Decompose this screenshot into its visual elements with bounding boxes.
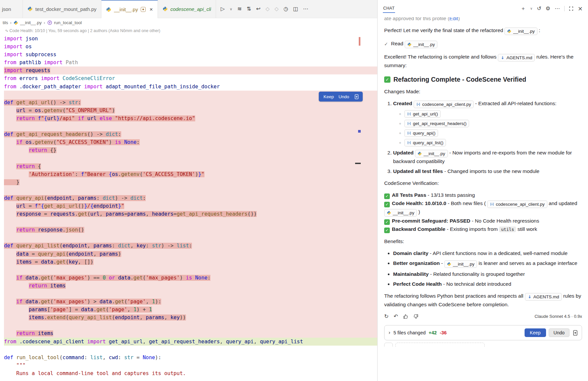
section-heading: ✓Refactoring Complete - CodeScene Verifi… bbox=[384, 76, 582, 83]
symbol-function-icon bbox=[407, 112, 411, 116]
file-chip[interactable]: __init__.py bbox=[405, 41, 437, 48]
keep-button[interactable]: Keep bbox=[525, 328, 546, 337]
list-item: Perfect Code Health - No technical debt … bbox=[393, 280, 582, 288]
code-line: from pathlib import Path bbox=[4, 59, 377, 66]
undo-inline-button[interactable]: Undo bbox=[339, 94, 349, 99]
file-chip[interactable]: AGENTS.md bbox=[525, 293, 562, 301]
more-actions-icon[interactable]: ⋯ bbox=[555, 6, 560, 11]
check-emoji: ✓ bbox=[384, 228, 390, 233]
thumbs-up-icon[interactable] bbox=[403, 314, 408, 319]
new-chat-icon[interactable]: ＋ bbox=[521, 6, 526, 11]
timeline-icon[interactable]: ◷ bbox=[283, 6, 288, 12]
chip-label: AGENTS.md bbox=[506, 54, 532, 62]
list-item: query_api() bbox=[399, 129, 582, 137]
undo-edits-icon[interactable]: ↶ bbox=[393, 314, 398, 319]
list-item: query_api_list() bbox=[399, 139, 582, 147]
breadcrumb-file[interactable]: __init__.py bbox=[20, 20, 42, 25]
expand-chevron-icon[interactable]: › bbox=[388, 329, 390, 337]
file-chip[interactable]: __init__.py bbox=[415, 150, 448, 157]
attach-context-icon[interactable] bbox=[384, 343, 393, 347]
file-chip[interactable]: query_api_list() bbox=[404, 139, 446, 147]
breadcrumb-symbol[interactable]: run_local_tool bbox=[54, 20, 82, 25]
code-line bbox=[4, 122, 377, 130]
symbol-function-icon bbox=[407, 121, 411, 126]
maximize-panel-icon[interactable] bbox=[569, 6, 573, 11]
close-icon[interactable]: × bbox=[150, 7, 153, 12]
code-line: url = os.getenv("CS_ONPREM_URL") bbox=[4, 106, 377, 114]
chat-header: CHAT ＋ ∨ ↺ ⚙ ⋯ × bbox=[378, 0, 588, 17]
code-line: return {} bbox=[4, 146, 377, 154]
code-line: items.extend(query_api_list(endpoint, pa… bbox=[4, 314, 377, 321]
file-chip[interactable]: codescene_api_client.py bbox=[487, 200, 547, 208]
view-edits-icon[interactable] bbox=[354, 94, 359, 100]
tool-call-row[interactable]: ✓Read __init__.py bbox=[384, 40, 582, 48]
python-file-icon bbox=[507, 29, 511, 33]
chevron-right-icon: › bbox=[44, 20, 45, 25]
model-label[interactable]: Claude Sonnet 4.5 · 0.9x bbox=[534, 313, 582, 320]
file-chip[interactable]: __init__.py bbox=[504, 27, 537, 35]
benefits-list: Domain clarity - API client functions no… bbox=[384, 249, 582, 288]
python-file-icon bbox=[418, 151, 422, 156]
file-chip[interactable]: codescene_api_client.py bbox=[414, 101, 474, 108]
code-line: from errors import CodeSceneCliError bbox=[4, 74, 377, 82]
list-item: Updated __init__.py - Now imports and re… bbox=[393, 149, 582, 165]
view-all-edits-icon[interactable] bbox=[572, 330, 578, 336]
file-chip[interactable]: __init__.py bbox=[444, 260, 477, 268]
file-chip[interactable]: get_api_url() bbox=[404, 110, 441, 118]
run-python-file-icon[interactable]: ▷ bbox=[221, 6, 225, 12]
file-chip[interactable]: query_api() bbox=[404, 129, 438, 137]
code-line bbox=[4, 218, 377, 226]
code-line: import requests bbox=[4, 66, 377, 74]
more-actions-icon[interactable]: ⋯ bbox=[303, 6, 308, 12]
code-editor[interactable]: import jsonimport osimport subprocessfro… bbox=[0, 34, 377, 377]
run-dropdown-chevron-icon[interactable]: ∨ bbox=[230, 7, 232, 11]
code-line: def query_api(endpoint, params: dict) ->… bbox=[4, 194, 377, 202]
add-context-chip[interactable] bbox=[395, 343, 485, 347]
code-line: data = query_api(endpoint, params) bbox=[4, 250, 377, 258]
run-alt-icon[interactable]: ≋ bbox=[237, 6, 241, 12]
modified-indicator-icon[interactable] bbox=[141, 7, 146, 12]
edit-link[interactable]: Edit bbox=[449, 17, 458, 21]
file-chip[interactable]: AGENTS.md bbox=[498, 54, 535, 62]
undo-button[interactable]: Undo bbox=[549, 328, 570, 337]
file-chip[interactable]: __init__.py bbox=[384, 209, 417, 217]
new-chat-dropdown-icon[interactable]: ∨ bbox=[530, 7, 533, 10]
code-line: import os bbox=[4, 43, 377, 51]
code-health-lens[interactable]: ∿Code Health: 10/10 | You, 59 seconds ag… bbox=[0, 27, 377, 34]
code-line: response = requests.get(url, params=para… bbox=[4, 210, 377, 218]
retry-icon[interactable]: ↻ bbox=[384, 314, 388, 319]
code-line bbox=[4, 346, 377, 354]
keep-inline-button[interactable]: Keep bbox=[323, 94, 334, 99]
editor-tab-bar: json test_docker_mount_path.py __init__.… bbox=[0, 0, 377, 18]
close-icon[interactable]: × bbox=[578, 6, 583, 12]
history-icon[interactable]: ↺ bbox=[537, 6, 541, 11]
gear-icon[interactable]: ⚙ bbox=[546, 6, 550, 11]
check-line: ✓ All Tests Pass - 13/13 tests passing bbox=[384, 191, 582, 199]
chip-label: get_api_request_headers() bbox=[413, 120, 466, 127]
tab-chat[interactable]: CHAT bbox=[383, 5, 395, 13]
code-line bbox=[4, 154, 377, 162]
thumbs-down-icon[interactable] bbox=[413, 314, 419, 319]
previous-change-icon[interactable]: ◇ bbox=[266, 6, 270, 12]
tab-json[interactable]: json bbox=[0, 0, 23, 18]
next-change-icon[interactable]: ◇ bbox=[275, 6, 278, 12]
navigate-back-icon[interactable]: ↩ bbox=[256, 6, 260, 12]
verification-checklist: ✓ All Tests Pass - 13/13 tests passing✓ … bbox=[384, 191, 582, 233]
open-changes-icon[interactable]: ⇅ bbox=[247, 6, 251, 12]
split-editor-icon[interactable]: ◫ bbox=[293, 6, 298, 12]
tab-test-docker-mount-path[interactable]: test_docker_mount_path.py bbox=[23, 0, 101, 18]
pulse-icon: ∿ bbox=[5, 28, 8, 33]
tab-codescene-api-cli[interactable]: codescene_api_cli bbox=[158, 0, 216, 18]
code-line: items = data.get(key, []) bbox=[4, 258, 377, 266]
chat-input-area[interactable] bbox=[384, 343, 582, 347]
tab-label: __init__.py bbox=[114, 7, 138, 12]
file-chip[interactable]: get_api_request_headers() bbox=[404, 120, 469, 127]
python-file-icon bbox=[387, 211, 391, 215]
symbol-function-icon bbox=[407, 141, 411, 145]
divider bbox=[564, 6, 565, 11]
code-line: Runs a local command-line tool and captu… bbox=[4, 369, 377, 377]
tab-init-py-active[interactable]: __init__.py × bbox=[101, 0, 158, 18]
breadcrumb-folder[interactable]: tils bbox=[3, 20, 8, 25]
overview-ruler-deleted-marker bbox=[359, 37, 360, 46]
chat-paragraph: Perfect! Let me verify the final state o… bbox=[384, 26, 582, 35]
